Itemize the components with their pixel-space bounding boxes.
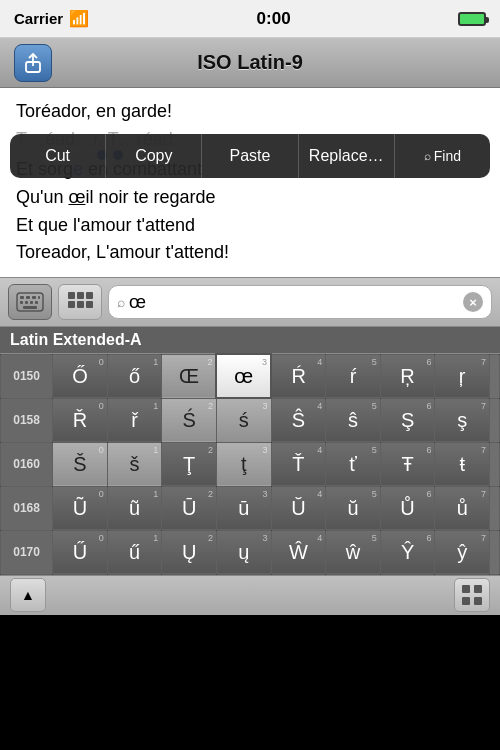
cell-index: 6	[426, 357, 431, 367]
cell-index: 2	[208, 489, 213, 499]
char-cell[interactable]: 0Š	[53, 442, 108, 486]
char-cell[interactable]: 2Ţ	[162, 442, 217, 486]
grid-view-button[interactable]	[58, 284, 102, 320]
keyboard-hide-button[interactable]: ▲	[10, 578, 46, 612]
char-cell[interactable]: 2Œ	[162, 354, 217, 398]
char-cell[interactable]: 4Ŭ	[271, 486, 326, 530]
svg-rect-5	[38, 296, 40, 299]
triangle-icon: ▲	[21, 587, 35, 603]
char-cell[interactable]: 2Ū	[162, 486, 217, 530]
share-button[interactable]	[14, 44, 52, 82]
paste-button[interactable]: Paste	[202, 134, 298, 178]
char-cell[interactable]: 7ŗ	[435, 354, 490, 398]
keyboard-button[interactable]	[8, 284, 52, 320]
battery-area	[458, 12, 486, 26]
char-cell[interactable]: 0Ř	[53, 398, 108, 442]
char-cell[interactable]: 5ŭ	[326, 486, 381, 530]
char-cell[interactable]: 7ŷ	[435, 530, 490, 574]
wifi-icon: 📶	[69, 9, 89, 28]
char-cell[interactable]: 5ŕ	[326, 354, 381, 398]
char-cell[interactable]: 6Ŧ	[380, 442, 435, 486]
svg-rect-11	[68, 292, 75, 299]
bottom-grid-button[interactable]	[454, 578, 490, 612]
scrollbar-track	[490, 398, 500, 442]
cell-index: 0	[99, 489, 104, 499]
text-area[interactable]: Toréador, en garde! T…éad…r, T…réad… Cut…	[0, 88, 500, 277]
cell-index: 4	[317, 533, 322, 543]
char-cell[interactable]: 7ŧ	[435, 442, 490, 486]
cell-index: 2	[208, 533, 213, 543]
char-cell[interactable]: 1ř	[107, 398, 162, 442]
char-cell[interactable]: 1ű	[107, 530, 162, 574]
char-cell[interactable]: 4Ť	[271, 442, 326, 486]
char-cell[interactable]: 1š	[107, 442, 162, 486]
cell-index: 7	[481, 489, 486, 499]
cell-index: 6	[426, 489, 431, 499]
cell-index: 3	[263, 489, 268, 499]
svg-rect-4	[32, 296, 36, 299]
char-cell[interactable]: 5ŵ	[326, 530, 381, 574]
char-cell[interactable]: 3ţ	[216, 442, 271, 486]
char-cell[interactable]: 7ů	[435, 486, 490, 530]
search-clear-button[interactable]: ×	[463, 292, 483, 312]
svg-rect-10	[23, 306, 37, 309]
char-cell[interactable]: 3ś	[216, 398, 271, 442]
cell-index: 4	[317, 401, 322, 411]
table-row: 01600Š1š2Ţ3ţ4Ť5ť6Ŧ7ŧ	[1, 442, 500, 486]
cell-index: 5	[372, 489, 377, 499]
page-title: ISO Latin-9	[197, 51, 303, 74]
char-cell[interactable]: 5ŝ	[326, 398, 381, 442]
cell-index: 2	[208, 445, 213, 455]
search-input-wrap[interactable]: ⌕ œ ×	[108, 285, 492, 319]
char-cell[interactable]: 2Ų	[162, 530, 217, 574]
char-cell[interactable]: 4Ŝ	[271, 398, 326, 442]
svg-rect-8	[30, 301, 33, 304]
svg-rect-6	[20, 301, 23, 304]
char-cell[interactable]: 1ő	[107, 354, 162, 398]
find-button[interactable]: ⌕ Find	[395, 134, 490, 178]
copy-button[interactable]: Copy	[106, 134, 202, 178]
char-cell[interactable]: 6Ů	[380, 486, 435, 530]
cell-index: 1	[153, 533, 158, 543]
grid-icon	[66, 290, 94, 314]
table-row: 01580Ř1ř2Ś3ś4Ŝ5ŝ6Ş7ş	[1, 398, 500, 442]
char-cell[interactable]: 0Ő	[53, 354, 108, 398]
find-lightning-icon: ⌕	[424, 149, 431, 163]
search-lightning-icon: ⌕	[117, 294, 125, 310]
char-cell[interactable]: 4Ŕ	[271, 354, 326, 398]
char-cell[interactable]: 3ū	[216, 486, 271, 530]
char-cell[interactable]: 0Ũ	[53, 486, 108, 530]
row-label: 0150	[1, 354, 53, 398]
cell-index: 3	[263, 401, 268, 411]
char-cell[interactable]: 5ť	[326, 442, 381, 486]
char-cell[interactable]: 2Ś	[162, 398, 217, 442]
scrollbar-track	[490, 442, 500, 486]
cut-button[interactable]: Cut	[10, 134, 106, 178]
replace-button[interactable]: Replace…	[299, 134, 395, 178]
cell-index: 0	[99, 445, 104, 455]
search-bar-area: ⌕ œ ×	[0, 277, 500, 327]
char-cell[interactable]: 1ũ	[107, 486, 162, 530]
char-table: 01500Ő1ő2Œ3œ4Ŕ5ŕ6Ŗ7ŗ01580Ř1ř2Ś3ś4Ŝ5ŝ6Ş7ş…	[0, 353, 500, 575]
nav-bar: ISO Latin-9	[0, 38, 500, 88]
char-cell[interactable]: 0Ű	[53, 530, 108, 574]
scrollbar-track	[490, 530, 500, 574]
row-label: 0158	[1, 398, 53, 442]
char-cell[interactable]: 3ų	[216, 530, 271, 574]
text-line-5: Et que l'amour t'attend	[16, 212, 484, 240]
char-cell[interactable]: 6Ŷ	[380, 530, 435, 574]
cell-index: 6	[426, 445, 431, 455]
cell-index: 2	[207, 357, 212, 367]
share-icon	[22, 52, 44, 74]
cell-index: 4	[317, 357, 322, 367]
battery-icon	[458, 12, 486, 26]
svg-rect-16	[86, 301, 93, 308]
char-cell[interactable]: 4Ŵ	[271, 530, 326, 574]
cell-index: 5	[372, 445, 377, 455]
char-cell[interactable]: 3œ	[216, 354, 271, 398]
cell-index: 6	[426, 533, 431, 543]
char-cell[interactable]: 7ş	[435, 398, 490, 442]
cell-index: 7	[481, 357, 486, 367]
char-cell[interactable]: 6Ş	[380, 398, 435, 442]
char-cell[interactable]: 6Ŗ	[380, 354, 435, 398]
